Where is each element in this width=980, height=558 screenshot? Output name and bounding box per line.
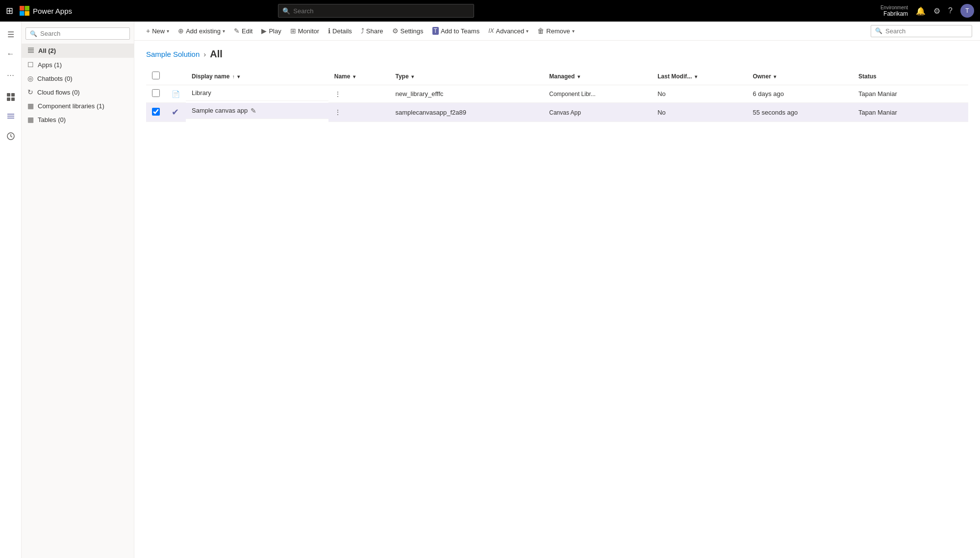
row-status-cell <box>946 85 968 103</box>
environment-name: Fabrikam <box>883 10 908 17</box>
monitor-button[interactable]: ⊞ Monitor <box>286 24 323 37</box>
owner-label: Owner <box>753 73 771 80</box>
column-header-display-name[interactable]: Display name ↑ ▾ <box>186 68 328 85</box>
row-edit-icon[interactable]: ✎ <box>251 107 256 115</box>
svg-rect-2 <box>20 11 25 16</box>
sidebar-item-cloud-flows[interactable]: ↻ Cloud flows (0) <box>22 85 134 99</box>
sidebar-item-chatbots[interactable]: ◎ Chatbots (0) <box>22 72 134 85</box>
display-name-sort-asc-icon: ↑ <box>232 74 235 79</box>
row-type-cell: Canvas App <box>543 103 652 122</box>
column-header-type[interactable]: Type ▾ <box>389 68 543 85</box>
add-to-teams-button[interactable]: T Add to Teams <box>428 24 484 37</box>
row-status-cell <box>946 103 968 122</box>
sidebar-apps-icon: ☐ <box>27 61 34 69</box>
advanced-icon: IX <box>488 27 494 34</box>
name-filter-icon[interactable]: ▾ <box>353 74 355 79</box>
managed-label: Managed <box>549 73 575 80</box>
notification-icon[interactable]: 🔔 <box>916 6 926 16</box>
toolbar-search-right-input[interactable] <box>885 27 968 35</box>
row-icon-cell: 📄 <box>166 85 186 103</box>
column-header-name[interactable]: Name ▾ <box>328 68 390 85</box>
rail-history-icon[interactable] <box>2 127 20 145</box>
icon-rail: ☰ ← … <box>0 22 22 558</box>
avatar[interactable]: T <box>960 4 974 18</box>
help-icon[interactable]: ? <box>948 6 953 15</box>
display-name-filter-icon[interactable]: ▾ <box>237 74 240 79</box>
details-button[interactable]: ℹ Details <box>324 24 356 37</box>
column-header-owner[interactable]: Owner ▾ <box>747 68 853 85</box>
edit-button[interactable]: ✎ Edit <box>230 24 256 37</box>
toolbar-search-right-container[interactable]: 🔍 <box>871 25 972 37</box>
row-managed: No <box>657 90 666 97</box>
settings-icon[interactable]: ⚙ <box>933 6 940 16</box>
table-row[interactable]: ✔Sample canvas app✎⋮samplecanvasapp_f2a8… <box>146 103 968 122</box>
row-menu-icon[interactable]: ⋮ <box>334 90 341 98</box>
new-label: New <box>152 27 165 35</box>
column-header-managed[interactable]: Managed ▾ <box>543 68 652 85</box>
share-button[interactable]: ⤴ Share <box>357 24 387 37</box>
topbar-right-controls: Environment Fabrikam 🔔 ⚙ ? T <box>880 4 974 18</box>
breadcrumb-separator: › <box>203 50 206 58</box>
row-checkbox-cell <box>146 103 166 122</box>
svg-rect-6 <box>7 97 10 101</box>
remove-caret-icon: ▾ <box>572 28 575 34</box>
add-existing-button[interactable]: ⊕ Add existing ▾ <box>174 24 229 37</box>
new-icon: + <box>146 27 150 35</box>
display-name-label: Display name <box>192 73 229 80</box>
last-modified-filter-icon[interactable]: ▾ <box>695 74 697 79</box>
row-managed: No <box>657 109 666 116</box>
topbar-search-input[interactable] <box>293 7 470 15</box>
breadcrumb-current: All <box>210 49 223 60</box>
environment-info: Environment Fabrikam <box>880 5 908 17</box>
managed-filter-icon[interactable]: ▾ <box>578 74 580 79</box>
svg-rect-0 <box>20 6 25 11</box>
row-menu-icon[interactable]: ⋮ <box>334 108 341 116</box>
sidebar-tables-icon: ▦ <box>27 116 34 123</box>
sidebar-item-tables[interactable]: ▦ Tables (0) <box>22 113 134 126</box>
rail-back-icon[interactable]: ← <box>2 45 20 63</box>
play-icon: ▶ <box>261 27 267 35</box>
name-label: Name <box>334 73 351 80</box>
row-name-cell: new_library_efffc <box>389 85 543 103</box>
select-all-checkbox[interactable] <box>152 72 160 79</box>
rail-more-icon[interactable]: … <box>2 65 20 82</box>
add-to-teams-label: Add to Teams <box>441 27 479 35</box>
owner-filter-icon[interactable]: ▾ <box>774 74 776 79</box>
remove-button[interactable]: 🗑 Remove ▾ <box>533 24 578 37</box>
breadcrumb-parent-link[interactable]: Sample Solution <box>146 50 200 58</box>
advanced-label: Advanced <box>496 27 524 35</box>
sidebar-item-component-libraries[interactable]: ▦ Component libraries (1) <box>22 99 134 113</box>
play-button[interactable]: ▶ Play <box>257 24 285 37</box>
type-filter-icon[interactable]: ▾ <box>411 74 414 79</box>
new-button[interactable]: + New ▾ <box>142 24 173 37</box>
row-last-modified-cell: 55 seconds ago <box>747 103 853 122</box>
sidebar-item-cloud-flows-label: Cloud flows (0) <box>37 89 80 96</box>
data-table: Display name ↑ ▾ Name ▾ Type ▾ <box>146 68 968 122</box>
sidebar-item-apps[interactable]: ☐ Apps (1) <box>22 58 134 72</box>
settings-label: Settings <box>401 27 424 35</box>
toolbar: + New ▾ ⊕ Add existing ▾ ✎ Edit ▶ Play ⊞… <box>134 22 980 41</box>
sidebar-item-all[interactable]: All (2) <box>22 44 134 58</box>
column-header-last-modified[interactable]: Last Modif... ▾ <box>652 68 747 85</box>
sidebar-search-container[interactable]: 🔍 <box>25 27 130 40</box>
app-name-label: Power Apps <box>33 7 72 15</box>
row-checkbox[interactable] <box>152 89 160 97</box>
rail-apps-icon[interactable] <box>2 88 20 106</box>
details-label: Details <box>332 27 352 35</box>
settings-button[interactable]: ⚙ Settings <box>388 24 427 37</box>
table-row[interactable]: 📄Library⋮new_library_efffcComponent Libr… <box>146 85 968 103</box>
remove-icon: 🗑 <box>537 27 544 35</box>
waffle-icon[interactable]: ⊞ <box>6 5 13 16</box>
monitor-label: Monitor <box>298 27 319 35</box>
topbar-search-container[interactable]: 🔍 <box>278 4 474 18</box>
sidebar-item-component-libraries-label: Component libraries (1) <box>38 102 104 110</box>
row-checkbox[interactable] <box>152 108 160 116</box>
sidebar-search-input[interactable] <box>40 30 126 37</box>
row-display-name-cell: Library <box>186 85 328 101</box>
advanced-button[interactable]: IX Advanced ▾ <box>484 25 532 37</box>
select-all-column-header[interactable] <box>146 68 166 85</box>
sidebar-component-libraries-icon: ▦ <box>27 102 34 110</box>
row-type: Component Libr... <box>549 91 596 97</box>
rail-solutions-icon[interactable] <box>2 108 20 125</box>
rail-menu-icon[interactable]: ☰ <box>2 25 20 43</box>
